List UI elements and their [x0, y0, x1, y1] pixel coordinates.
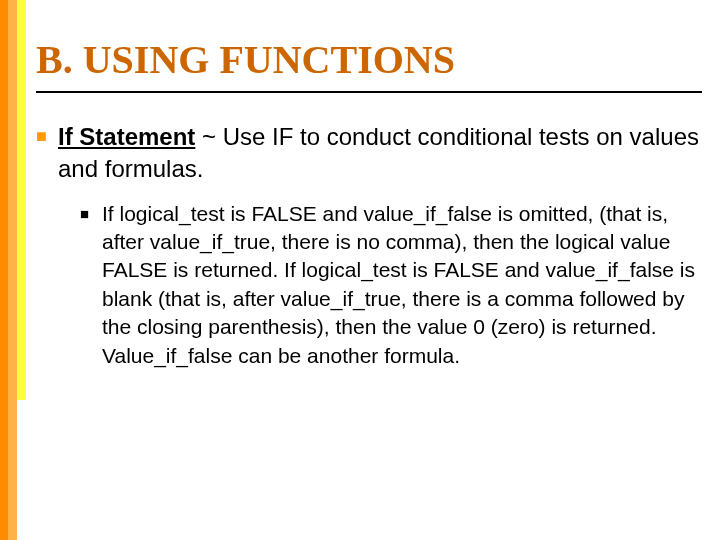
bullet-level1: ■ If Statement ~ Use IF to conduct condi… [36, 121, 702, 370]
bullet-level2: ■ If logical_test is FALSE and value_if_… [80, 200, 702, 370]
page-title: B. USING FUNCTIONS [36, 36, 702, 93]
if-statement-heading: If Statement [58, 123, 195, 150]
stripe-orange-light [8, 0, 17, 540]
level2-text: If logical_test is FALSE and value_if_fa… [102, 200, 702, 370]
stripe-orange-dark [0, 0, 8, 540]
level1-body: If Statement ~ Use IF to conduct conditi… [58, 121, 702, 370]
level2-wrap: ■ If logical_test is FALSE and value_if_… [80, 200, 702, 370]
content-area: B. USING FUNCTIONS ■ If Statement ~ Use … [36, 36, 702, 374]
bullet-icon: ■ [36, 121, 58, 370]
bullet-icon: ■ [80, 200, 102, 370]
separator: ~ [195, 123, 222, 150]
level1-text: If Statement ~ Use IF to conduct conditi… [58, 121, 702, 186]
sidebar-stripes [0, 0, 26, 540]
stripe-yellow [17, 0, 26, 400]
